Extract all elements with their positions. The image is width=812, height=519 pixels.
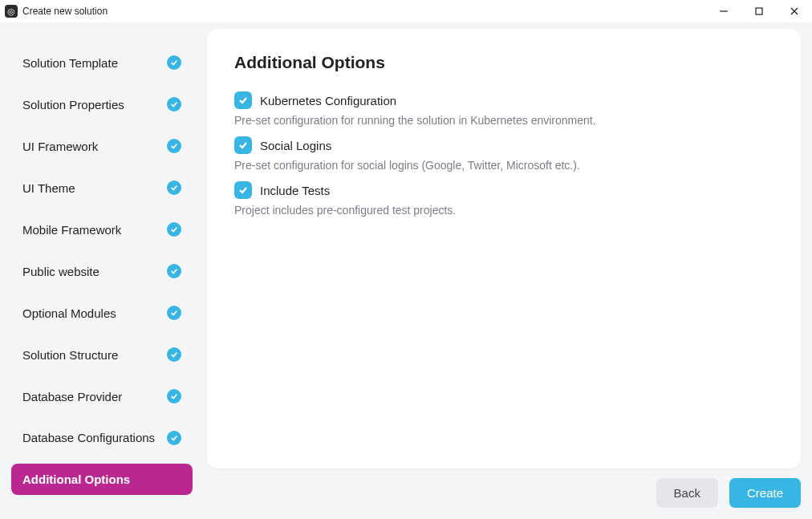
option-social-logins: Social Logins Pre-set configuration for … <box>234 136 773 172</box>
option-title: Social Logins <box>260 139 331 152</box>
sidebar-item-label: Database Configurations <box>22 431 155 444</box>
window-title: Create new solution <box>22 6 706 17</box>
checkbox-include-tests[interactable] <box>234 181 252 199</box>
check-icon <box>167 139 181 153</box>
content-column: Additional Options Kubernetes Configurat… <box>207 29 801 508</box>
sidebar-item-database-configurations[interactable]: Database Configurations <box>11 422 193 454</box>
close-button[interactable] <box>777 0 812 22</box>
check-icon <box>167 222 181 237</box>
option-description: Project includes pre-configured test pro… <box>234 204 773 217</box>
checkbox-kubernetes[interactable] <box>234 91 252 109</box>
option-title: Kubernetes Configuration <box>260 94 396 107</box>
app-icon: ◎ <box>5 5 18 18</box>
sidebar-item-label: Solution Template <box>22 56 118 70</box>
sidebar-item-ui-framework[interactable]: UI Framework <box>11 130 193 162</box>
check-icon <box>167 306 181 320</box>
options-panel: Additional Options Kubernetes Configurat… <box>207 29 801 468</box>
wizard-sidebar: Solution Template Solution Properties UI… <box>11 29 193 508</box>
option-include-tests: Include Tests Project includes pre-confi… <box>234 181 773 217</box>
sidebar-item-solution-properties[interactable]: Solution Properties <box>11 88 193 120</box>
minimize-button[interactable] <box>706 0 741 22</box>
sidebar-item-solution-structure[interactable]: Solution Structure <box>11 339 193 371</box>
option-description: Pre-set configuration for social logins … <box>234 159 773 172</box>
maximize-button[interactable] <box>741 0 777 22</box>
check-icon <box>167 389 181 403</box>
main-layout: Solution Template Solution Properties UI… <box>0 22 812 519</box>
title-bar: ◎ Create new solution <box>0 0 812 22</box>
check-icon <box>167 180 181 195</box>
create-button[interactable]: Create <box>729 478 801 508</box>
sidebar-item-public-website[interactable]: Public website <box>11 255 193 287</box>
sidebar-item-label: Additional Options <box>22 472 130 486</box>
checkbox-social-logins[interactable] <box>234 136 252 154</box>
sidebar-item-label: UI Theme <box>22 181 75 195</box>
sidebar-item-label: UI Framework <box>22 140 98 153</box>
sidebar-item-label: Solution Structure <box>22 348 118 362</box>
check-icon <box>167 97 181 112</box>
sidebar-item-database-provider[interactable]: Database Provider <box>11 380 193 412</box>
sidebar-item-mobile-framework[interactable]: Mobile Framework <box>11 213 193 245</box>
sidebar-item-label: Database Provider <box>22 390 122 403</box>
sidebar-item-solution-template[interactable]: Solution Template <box>11 47 193 79</box>
option-kubernetes: Kubernetes Configuration Pre-set configu… <box>234 91 773 127</box>
sidebar-item-label: Public website <box>22 265 99 278</box>
option-head: Include Tests <box>234 181 773 199</box>
check-icon <box>167 431 181 445</box>
sidebar-item-label: Optional Modules <box>22 306 116 320</box>
back-button[interactable]: Back <box>656 478 718 508</box>
check-icon <box>167 55 181 70</box>
page-title: Additional Options <box>234 53 773 72</box>
window-controls <box>706 0 812 22</box>
check-icon <box>167 264 181 278</box>
sidebar-item-additional-options[interactable]: Additional Options <box>11 464 193 495</box>
sidebar-item-label: Solution Properties <box>22 98 124 112</box>
sidebar-item-label: Mobile Framework <box>22 223 121 237</box>
footer-actions: Back Create <box>207 468 801 508</box>
sidebar-item-ui-theme[interactable]: UI Theme <box>11 172 193 204</box>
option-head: Kubernetes Configuration <box>234 91 773 109</box>
option-description: Pre-set configuration for running the so… <box>234 114 773 127</box>
option-head: Social Logins <box>234 136 773 154</box>
check-icon <box>167 347 181 362</box>
sidebar-item-optional-modules[interactable]: Optional Modules <box>11 297 193 329</box>
option-title: Include Tests <box>260 184 330 197</box>
svg-rect-1 <box>756 8 762 14</box>
